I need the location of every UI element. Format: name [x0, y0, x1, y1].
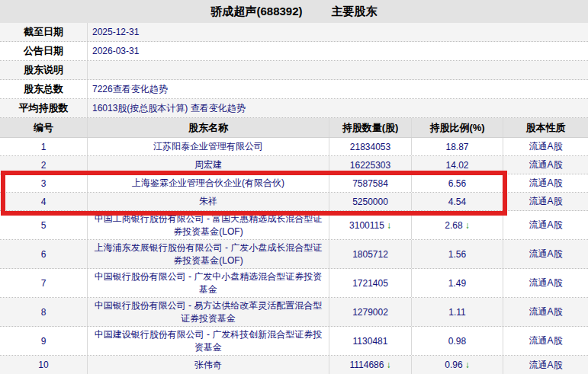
cell-shares: 1114686	[350, 360, 384, 370]
info-value: 2026-03-31	[92, 46, 139, 56]
cell-share-type: 流通A股	[503, 211, 588, 239]
info-value: 7226	[92, 84, 113, 94]
cell-rank: 6	[0, 240, 88, 268]
cell-rank: 9	[0, 327, 88, 355]
table-header-row: 编号 股东名称 持股数量(股) 持股比例(%) 股本性质	[0, 118, 588, 138]
cell-rank: 1	[0, 138, 88, 155]
cell-shareholder-name: 上海浦东发展银行股份有限公司 - 广发小盘成长混合型证券投资基金(LOF)	[88, 240, 329, 268]
table-row-highlighted: 3 上海鉴霖企业管理合伙企业(有限合伙) 7587584 6.56 流通A股	[0, 174, 588, 193]
cell-rank: 4	[0, 193, 88, 210]
cell-shareholder-name: 中国银行股份有限公司 - 易方达供给改革灵活配置混合型证券投资基金	[88, 298, 329, 326]
info-value: 2025-12-31	[92, 27, 139, 37]
trend-link-shareholder-count[interactable]: 查看变化趋势	[113, 83, 168, 96]
trend-link-average-holding[interactable]: 查看变化趋势	[191, 102, 246, 115]
page-title: 骄成超声(688392) 主要股东	[0, 0, 588, 23]
info-label: 公告日期	[0, 42, 88, 60]
table-row: 1 江苏阳泰企业管理有限公司 21834053 18.87 流通A股	[0, 138, 588, 156]
company-name: 骄成超声(688392)	[210, 5, 302, 19]
down-arrow-icon: ↓	[465, 220, 470, 231]
shareholder-page: 骄成超声(688392) 主要股东 截至日期 2025-12-31 公告日期 2…	[0, 0, 588, 374]
table-row: 2 周宏建 16225303 14.02 流通A股	[0, 156, 588, 174]
info-value: 16013股(按总股本计算)	[92, 102, 191, 115]
column-header-share-type: 股本性质	[503, 118, 588, 137]
info-row-cutoff-date: 截至日期 2025-12-31	[0, 23, 588, 42]
info-label: 平均持股数	[0, 99, 88, 117]
table-row-highlighted: 4 朱祥 5250000 4.54 流通A股	[0, 193, 588, 211]
cell-share-type: 流通A股	[503, 174, 588, 192]
cell-shareholder-name: 中国工商银行股份有限公司 - 富国天惠精选成长混合型证券投资基金(LOF)	[88, 211, 329, 239]
cell-shares: 1279002	[352, 307, 388, 318]
column-header-shares: 持股数量(股)	[329, 118, 412, 137]
table-row: 8 中国银行股份有限公司 - 易方达供给改革灵活配置混合型证券投资基金 1279…	[0, 298, 588, 327]
cell-shareholder-name: 中国银行股份有限公司 - 广发中小盘精选混合型证券投资基金	[88, 269, 329, 297]
cell-share-type: 流通A股	[503, 298, 588, 326]
cell-rank: 8	[0, 298, 88, 326]
cell-percent: 0.98	[448, 336, 466, 347]
cell-percent: 2.68	[445, 220, 462, 231]
cell-shares: 7587584	[352, 178, 388, 189]
column-header-rank: 编号	[0, 118, 88, 137]
cell-shareholder-name: 周宏建	[88, 156, 329, 174]
down-arrow-icon: ↓	[387, 220, 391, 231]
cell-shareholder-name: 张伟奇	[88, 356, 329, 374]
cell-rank: 2	[0, 156, 88, 174]
info-label: 股东总数	[0, 80, 88, 98]
cell-rank: 7	[0, 269, 88, 297]
cell-shares: 21834053	[350, 142, 390, 152]
cell-share-type: 流通A股	[503, 269, 588, 297]
cell-share-type: 流通A股	[503, 193, 588, 210]
cell-percent: 14.02	[445, 160, 468, 171]
cell-rank: 5	[0, 211, 88, 239]
cell-shareholder-name: 朱祥	[88, 193, 329, 210]
cell-shares: 16225303	[350, 160, 390, 171]
cell-shareholder-name: 上海鉴霖企业管理合伙企业(有限合伙)	[88, 174, 329, 192]
down-arrow-icon: ↓	[386, 360, 390, 370]
info-label: 股东说明	[0, 61, 88, 79]
table-row: 6 上海浦东发展银行股份有限公司 - 广发小盘成长混合型证券投资基金(LOF) …	[0, 240, 588, 269]
section-name: 主要股东	[332, 5, 378, 19]
cell-percent: 1.11	[448, 307, 465, 318]
info-row-announce-date: 公告日期 2026-03-31	[0, 42, 588, 61]
cell-shareholder-name: 江苏阳泰企业管理有限公司	[88, 138, 329, 155]
cell-shares: 5250000	[352, 197, 388, 207]
cell-percent: 0.96	[445, 360, 462, 370]
table-row: 10 张伟奇 1114686↓ 0.96↓ 流通A股	[0, 356, 588, 374]
cell-percent: 18.87	[445, 142, 468, 152]
down-arrow-icon: ↓	[465, 360, 470, 370]
info-row-average-holding: 平均持股数 16013股(按总股本计算) 查看变化趋势	[0, 99, 588, 118]
cell-share-type: 流通A股	[503, 356, 588, 374]
cell-shares: 1721405	[352, 278, 388, 289]
cell-rank: 3	[0, 174, 88, 192]
cell-share-type: 流通A股	[503, 156, 588, 174]
cell-percent: 6.56	[448, 178, 466, 189]
info-row-shareholder-note: 股东说明	[0, 61, 588, 80]
info-label: 截至日期	[0, 23, 88, 41]
cell-share-type: 流通A股	[503, 327, 588, 355]
cell-share-type: 流通A股	[503, 138, 588, 155]
info-row-shareholder-count: 股东总数 7226查看变化趋势	[0, 80, 588, 99]
cell-rank: 10	[0, 356, 88, 374]
column-header-name: 股东名称	[88, 118, 329, 137]
column-header-percent: 持股比例(%)	[412, 118, 503, 137]
table-row: 7 中国银行股份有限公司 - 广发中小盘精选混合型证券投资基金 1721405 …	[0, 269, 588, 298]
cell-shareholder-name: 中国建设银行股份有限公司 - 广发科技创新混合型证券投资基金	[88, 327, 329, 355]
table-row: 5 中国工商银行股份有限公司 - 富国天惠精选成长混合型证券投资基金(LOF) …	[0, 211, 588, 240]
cell-percent: 1.56	[448, 249, 466, 260]
cell-share-type: 流通A股	[503, 240, 588, 268]
cell-shares: 3100115	[349, 220, 384, 231]
cell-shares: 1805712	[352, 249, 388, 260]
cell-percent: 4.54	[448, 197, 466, 207]
cell-shares: 1130481	[353, 336, 388, 347]
cell-percent: 1.49	[448, 278, 466, 289]
table-row: 9 中国建设银行股份有限公司 - 广发科技创新混合型证券投资基金 1130481…	[0, 327, 588, 356]
